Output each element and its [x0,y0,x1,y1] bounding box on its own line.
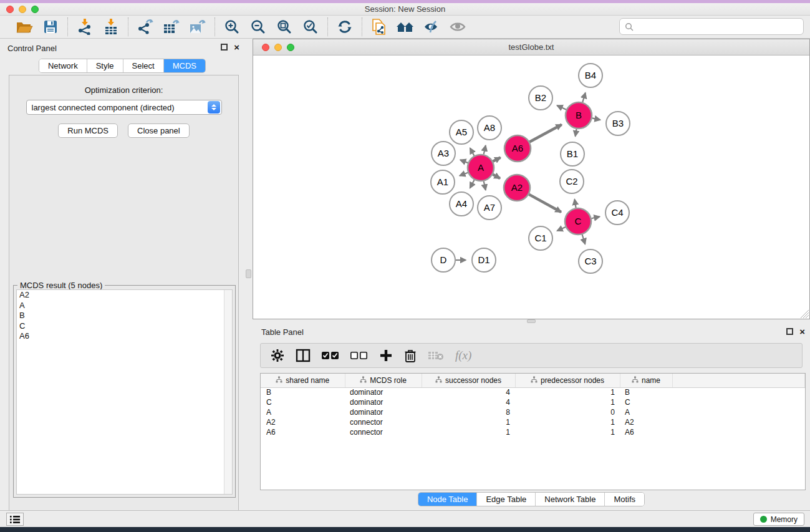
zoom-window-icon[interactable] [31,6,39,13]
import-network-icon[interactable] [75,17,95,36]
graph-edge-A-A1[interactable] [460,173,468,176]
table-cell[interactable]: A6 [261,427,345,437]
graph-edge-C-C4[interactable] [591,216,599,218]
zoom-out-icon[interactable] [248,17,268,36]
hide-selected-icon[interactable] [422,17,441,36]
table-cell[interactable]: 8 [422,407,515,417]
close-panel-icon[interactable]: × [234,44,239,51]
column-header-MCDS-role[interactable]: MCDS role [345,374,422,387]
tab-edge-table[interactable]: Edge Table [477,493,536,506]
memory-button[interactable]: Memory [753,513,804,526]
column-header-successor-nodes[interactable]: successor nodes [422,374,515,387]
graph-edge-C-C1[interactable] [557,227,565,231]
tab-mcds[interactable]: MCDS [164,59,205,72]
close-window-icon[interactable] [6,6,14,13]
table-cell[interactable]: C [261,397,345,407]
function-builder-icon[interactable]: f(x) [455,349,471,362]
table-cell[interactable]: dominator [345,407,422,417]
table-cell[interactable]: A [620,407,672,417]
first-neighbors-icon[interactable] [395,17,415,36]
graph-edge-B-B3[interactable] [592,118,600,120]
table-cell[interactable]: 0 [515,407,620,417]
graph-edge-C-C2[interactable] [574,200,576,208]
graph-edge-B-B2[interactable] [557,105,566,110]
run-mcds-button[interactable]: Run MCDS [58,123,118,138]
column-settings-gear-icon[interactable] [271,349,284,362]
table-cell[interactable]: connector [345,427,422,437]
mcds-result-item[interactable]: C [17,321,232,332]
table-row[interactable]: Cdominator41C [261,397,805,407]
graph-edge-A-A6[interactable] [493,157,500,161]
zoom-in-icon[interactable] [222,17,242,36]
apply-layout-icon[interactable] [335,17,355,36]
table-cell[interactable]: dominator [345,397,422,407]
mcds-result-list[interactable]: A2ABCA6 [16,289,233,495]
table-cell[interactable]: B [620,387,672,397]
export-network-icon[interactable] [135,17,155,36]
graph-edge-A-A5[interactable] [470,148,475,155]
table-cell[interactable]: 4 [422,397,515,407]
table-cell[interactable]: 1 [422,417,515,427]
tab-network[interactable]: Network [39,59,87,72]
table-cell[interactable]: A2 [261,417,345,427]
split-table-icon[interactable] [296,349,311,362]
table-cell[interactable]: dominator [345,387,422,397]
zoom-fit-icon[interactable] [274,17,294,36]
graph-edge-A-A8[interactable] [484,145,486,154]
graph-edge-B-B4[interactable] [582,93,585,102]
optimization-criterion-select[interactable]: largest connected component (directed) [26,100,222,115]
open-file-icon[interactable] [14,17,34,36]
graph-edge-A-A7[interactable] [484,181,486,190]
tab-node-table[interactable]: Node Table [418,493,478,506]
graph-edge-A6-B[interactable] [529,125,561,142]
table-cell[interactable]: A6 [620,427,672,437]
network-canvas[interactable]: B4B2BB3A8A5A6A3B1AC2A1A2A4A7C4CC1DD1C3 [253,56,809,319]
column-header-name[interactable]: name [620,374,672,387]
search-input[interactable] [637,22,798,31]
table-cell[interactable]: 1 [422,427,515,437]
column-header-shared-name[interactable]: shared name [261,374,345,387]
graph-edge-A-A2[interactable] [493,175,500,178]
graph-edge-A-A3[interactable] [460,160,468,163]
vertical-splitter[interactable] [244,39,253,510]
mcds-result-item[interactable]: A [17,301,232,311]
table-cell[interactable]: 4 [422,387,515,397]
task-history-button[interactable] [6,513,24,526]
table-cell[interactable]: 1 [515,427,620,437]
delete-table-icon[interactable] [428,350,444,361]
save-session-icon[interactable] [41,17,60,36]
tab-network-table[interactable]: Network Table [536,493,605,506]
mcds-result-item[interactable]: A6 [17,331,232,342]
minimize-window-icon[interactable] [19,6,26,13]
graph-edge-C-C3[interactable] [582,235,586,244]
table-cell[interactable]: A [261,407,345,417]
table-cell[interactable]: connector [345,417,422,427]
export-table-icon[interactable] [162,17,181,36]
delete-columns-trash-icon[interactable] [404,349,417,362]
close-network-icon[interactable] [262,44,269,51]
table-row[interactable]: A6connector11A6 [261,427,805,437]
table-cell[interactable]: 1 [515,397,620,407]
deselect-all-checkboxes-icon[interactable] [350,351,368,360]
graph-edge-A-A4[interactable] [470,180,475,188]
table-cell[interactable]: B [261,387,345,397]
float-panel-icon[interactable] [221,44,228,51]
table-cell[interactable]: 1 [515,417,620,427]
add-column-icon[interactable] [379,349,393,362]
tab-select[interactable]: Select [123,59,164,72]
tab-style[interactable]: Style [87,59,123,72]
zoom-network-icon[interactable] [287,44,294,51]
select-all-checkboxes-icon[interactable] [322,351,339,360]
mcds-result-item[interactable]: B [17,311,232,321]
table-cell[interactable]: C [620,397,672,407]
float-table-panel-icon[interactable] [786,328,793,335]
export-image-icon[interactable] [188,17,208,36]
close-panel-button[interactable]: Close panel [128,123,190,138]
new-network-from-selection-icon[interactable] [369,17,389,36]
show-all-icon[interactable] [448,17,468,36]
table-cell[interactable]: A2 [620,417,672,427]
import-table-icon[interactable] [101,17,121,36]
minimize-network-icon[interactable] [274,44,282,51]
table-cell[interactable]: 1 [515,387,620,397]
zoom-selected-icon[interactable] [301,17,321,36]
